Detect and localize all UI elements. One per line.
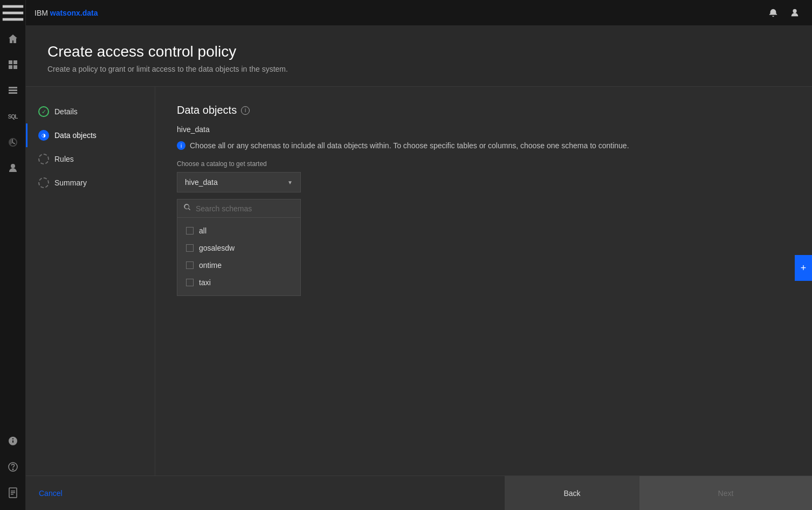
nav-info-icon[interactable] xyxy=(0,428,26,454)
catalog-dropdown: hive_data ▼ xyxy=(177,172,301,192)
step-rules-icon xyxy=(38,154,49,164)
schema-item-gosalesdw[interactable]: gosalesdw xyxy=(177,239,300,257)
schema-checkbox-all[interactable] xyxy=(186,227,194,235)
schema-item-taxi[interactable]: taxi xyxy=(177,274,300,291)
svg-point-11 xyxy=(12,469,13,470)
catalog-dropdown-value: hive_data xyxy=(185,178,218,187)
step-rules-label: Rules xyxy=(54,155,74,163)
main-area: IBM watsonx.data + Create access control… xyxy=(26,0,812,510)
back-button[interactable]: Back xyxy=(505,476,639,510)
data-objects-info-icon[interactable]: i xyxy=(241,106,250,115)
step-details-label: Details xyxy=(54,107,78,116)
hamburger-menu[interactable] xyxy=(0,0,26,26)
svg-rect-1 xyxy=(2,12,23,15)
nav-catalog-icon[interactable] xyxy=(0,52,26,78)
next-button[interactable]: Next xyxy=(639,476,812,510)
topbar: IBM watsonx.data xyxy=(26,0,812,26)
svg-rect-6 xyxy=(13,65,17,69)
data-objects-title: Data objects i xyxy=(177,104,790,116)
schema-search-box xyxy=(177,199,300,218)
footer-bar: Cancel Back Next xyxy=(26,475,812,510)
step-data-objects-icon: ◑ xyxy=(38,130,49,141)
nav-sql-icon[interactable]: SQL xyxy=(0,104,26,129)
schema-checkbox-ontime[interactable] xyxy=(186,261,194,269)
svg-rect-0 xyxy=(2,5,23,8)
schema-list: all gosalesdw ontime taxi xyxy=(177,218,300,295)
svg-rect-8 xyxy=(9,89,17,91)
schema-label-gosalesdw: gosalesdw xyxy=(199,244,235,252)
svg-rect-4 xyxy=(13,60,17,64)
page-subtitle: Create a policy to grant or limit access… xyxy=(47,65,790,73)
nav-docs-icon[interactable] xyxy=(0,480,26,506)
app-title: IBM watsonx.data xyxy=(35,9,98,17)
wizard-step-rules[interactable]: Rules xyxy=(26,147,155,171)
info-circle-icon: i xyxy=(177,141,185,150)
notification-bell-icon[interactable] xyxy=(765,4,782,22)
info-message: i Choose all or any schemas to include a… xyxy=(177,140,790,151)
page-title: Create access control policy xyxy=(47,43,790,60)
schema-checkbox-gosalesdw[interactable] xyxy=(186,244,194,252)
svg-rect-15 xyxy=(11,494,13,495)
cancel-button[interactable]: Cancel xyxy=(26,476,75,510)
svg-rect-2 xyxy=(2,18,23,21)
step-summary-label: Summary xyxy=(54,178,87,187)
schema-label-ontime: ontime xyxy=(199,261,222,270)
step-summary-icon xyxy=(38,177,49,188)
schema-item-ontime[interactable]: ontime xyxy=(177,257,300,274)
step-details-icon: ✓ xyxy=(38,106,49,117)
svg-rect-3 xyxy=(9,60,12,64)
schema-label-all: all xyxy=(199,226,207,235)
step-data-objects-label: Data objects xyxy=(54,131,97,140)
svg-rect-13 xyxy=(11,491,15,492)
schema-label-taxi: taxi xyxy=(199,278,211,287)
search-icon xyxy=(184,204,191,213)
content-wrapper: + Create access control policy Create a … xyxy=(26,26,812,510)
schema-checkbox-taxi[interactable] xyxy=(186,279,194,286)
svg-rect-14 xyxy=(11,492,15,493)
wizard-body: ✓ Details ◑ Data objects Rules Summary xyxy=(26,87,812,475)
user-avatar-icon[interactable] xyxy=(786,4,803,22)
nav-home-icon[interactable] xyxy=(0,26,26,52)
wizard-step-details[interactable]: ✓ Details xyxy=(26,100,155,123)
schema-item-all[interactable]: all xyxy=(177,222,300,239)
expand-panel-button[interactable]: + xyxy=(795,255,812,281)
svg-rect-5 xyxy=(9,65,12,69)
wizard-content: Data objects i hive_data i Choose all or… xyxy=(155,87,812,475)
schema-dropdown-panel: all gosalesdw ontime taxi xyxy=(177,199,301,296)
wizard-step-data-objects[interactable]: ◑ Data objects xyxy=(26,123,155,147)
schema-search-input[interactable] xyxy=(196,204,294,213)
nav-access-icon[interactable] xyxy=(0,155,26,181)
svg-rect-7 xyxy=(9,87,17,88)
choose-catalog-label: Choose a catalog to get started xyxy=(177,160,790,168)
chevron-down-icon: ▼ xyxy=(287,180,293,185)
nav-data-icon[interactable] xyxy=(0,78,26,104)
nav-help-icon[interactable] xyxy=(0,454,26,480)
catalog-name-label: hive_data xyxy=(177,125,790,134)
nav-history-icon[interactable] xyxy=(0,129,26,155)
svg-rect-9 xyxy=(9,92,17,94)
wizard-step-summary[interactable]: Summary xyxy=(26,171,155,195)
page-header: Create access control policy Create a po… xyxy=(26,26,812,87)
catalog-dropdown-trigger[interactable]: hive_data ▼ xyxy=(177,172,301,192)
left-navigation: SQL xyxy=(0,0,26,510)
wizard-sidebar: ✓ Details ◑ Data objects Rules Summary xyxy=(26,87,155,475)
